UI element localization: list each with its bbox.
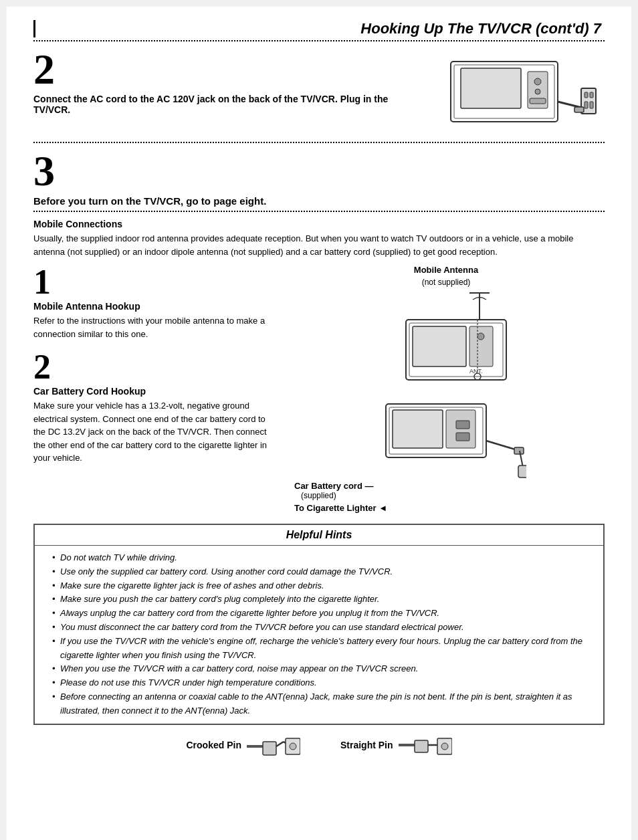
mobile-main-row: 1 Mobile Antenna Hookup Refer to the ins… <box>33 265 605 513</box>
mobile-antenna-label: Mobile Antenna <box>414 265 478 275</box>
helpful-hints-title: Helpful Hints <box>35 525 603 546</box>
svg-line-37 <box>276 742 284 746</box>
step3-title: Before you turn on the TV/VCR, go to pag… <box>33 195 605 207</box>
svg-point-5 <box>535 89 540 94</box>
car-battery-label: Car Battery cord — <box>294 481 387 491</box>
step3-section: 3 Before you turn on the TV/VCR, go to p… <box>33 150 605 207</box>
hint-item: Make sure you push the car battery cord'… <box>52 593 593 607</box>
step2-diagram <box>404 48 605 135</box>
crooked-pin-label: Crooked Pin <box>186 740 241 750</box>
step3-number: 3 <box>33 150 605 193</box>
straight-pin-item: Straight Pin <box>340 732 452 758</box>
svg-rect-10 <box>584 92 588 98</box>
hint-item: Before connecting an antenna or coaxial … <box>52 690 593 718</box>
svg-rect-36 <box>263 742 276 755</box>
pin-row: Crooked Pin Straight Pin <box>33 732 605 758</box>
step2-text: 2 Connect the AC cord to the AC 120V jac… <box>33 48 391 119</box>
crooked-pin-diagram <box>247 732 300 758</box>
mobile-step1: 1 Mobile Antenna Hookup Refer to the ins… <box>33 265 274 340</box>
svg-rect-13 <box>590 102 593 108</box>
svg-rect-34 <box>518 465 526 478</box>
mobile-left-col: 1 Mobile Antenna Hookup Refer to the ins… <box>33 265 274 513</box>
step2-number: 2 <box>33 48 391 91</box>
mobile-step2-body: Make sure your vehicle has a 13.2-volt, … <box>33 399 274 465</box>
svg-rect-20 <box>469 326 493 366</box>
car-battery-label-group: Car Battery cord — (supplied) To Cigaret… <box>294 481 387 513</box>
mobile-step2: 2 Car Battery Cord Hookup Make sure your… <box>33 350 274 465</box>
step2-section: 2 Connect the AC cord to the AC 120V jac… <box>33 48 605 135</box>
step2-title: Connect the AC cord to the AC 120V jack … <box>33 94 391 115</box>
mobile-connections-section: Mobile Connections Usually, the supplied… <box>33 219 605 513</box>
mobile-step1-body: Refer to the instructions with your mobi… <box>33 314 274 340</box>
svg-rect-29 <box>456 421 469 429</box>
hints-list: Do not watch TV while driving.Use only t… <box>45 551 593 718</box>
svg-rect-27 <box>393 410 443 448</box>
car-battery-sublabel: (supplied) <box>301 491 387 500</box>
svg-point-45 <box>441 743 448 750</box>
mobile-connections-title: Mobile Connections <box>33 219 605 229</box>
svg-point-40 <box>290 743 296 750</box>
hint-item: Always unplug the car battery cord from … <box>52 607 593 621</box>
straight-pin-diagram <box>399 732 452 758</box>
svg-rect-14 <box>574 107 584 112</box>
hint-item: Make sure the cigarette lighter jack is … <box>52 579 593 593</box>
straight-pin-label: Straight Pin <box>340 740 393 750</box>
svg-rect-32 <box>514 447 524 454</box>
hint-item: Please do not use this TV/VCR under high… <box>52 676 593 690</box>
mobile-right-col: Mobile Antenna (not supplied) <box>288 265 605 513</box>
hint-item: Use only the supplied car battery cord. … <box>52 565 593 579</box>
hint-item: If you use the TV/VCR with the vehicle's… <box>52 635 593 663</box>
mobile-step1-number: 1 <box>33 265 274 300</box>
mobile-step2-title: Car Battery Cord Hookup <box>33 386 274 397</box>
mobile-step2-number: 2 <box>33 350 274 385</box>
svg-rect-30 <box>456 433 469 441</box>
crooked-pin-item: Crooked Pin <box>186 732 300 758</box>
svg-rect-2 <box>461 68 521 108</box>
hint-item: You must disconnect the car battery cord… <box>52 621 593 635</box>
ac-cord-diagram <box>411 48 598 135</box>
hint-item: When you use the TV/VCR with a car batte… <box>52 662 593 676</box>
page-header: Hooking Up The TV/VCR (cont'd) 7 <box>33 20 605 37</box>
svg-point-21 <box>477 333 484 340</box>
svg-rect-19 <box>413 326 466 366</box>
cigarette-label: To Cigarette Lighter ◄ <box>294 503 387 513</box>
header-title: Hooking Up The TV/VCR (cont'd) 7 <box>360 20 601 37</box>
mobile-step1-title: Mobile Antenna Hookup <box>33 301 274 312</box>
helpful-hints-body: Do not watch TV while driving.Use only t… <box>35 546 603 724</box>
svg-rect-6 <box>530 98 546 104</box>
mobile-antenna-sublabel: (not supplied) <box>422 278 471 287</box>
svg-rect-42 <box>415 740 428 752</box>
car-battery-diagram <box>366 401 526 481</box>
helpful-hints-box: Helpful Hints Do not watch TV while driv… <box>33 524 605 725</box>
hint-item: Do not watch TV while driving. <box>52 551 593 565</box>
svg-rect-12 <box>584 102 588 108</box>
mobile-connections-body: Usually, the supplied indoor rod antenna… <box>33 232 605 258</box>
svg-point-4 <box>534 78 541 85</box>
page: Hooking Up The TV/VCR (cont'd) 7 2 Conne… <box>7 7 631 840</box>
svg-rect-11 <box>590 92 593 98</box>
mobile-antenna-diagram: ANT. <box>366 290 526 397</box>
